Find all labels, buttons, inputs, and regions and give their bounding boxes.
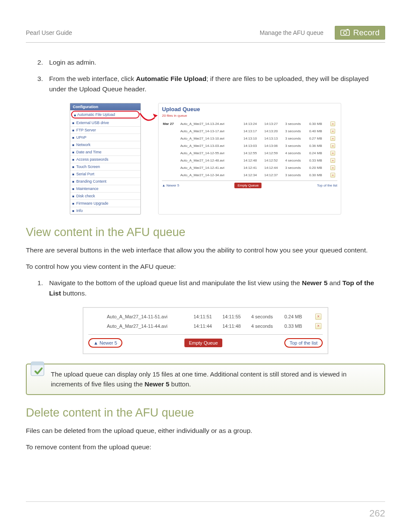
figure-upload-queue-full: Configuration Automatic File UploadExter… (70, 103, 341, 215)
sidebar-item[interactable]: Firmware Upgrade (70, 199, 140, 207)
sidebar-item[interactable]: FTP Server (70, 126, 140, 134)
step-item: Navigate to the bottom of the upload que… (45, 278, 385, 299)
figure-queue-bottom: Auto_A_Mar27_14-11-51.avi14:11:5114:11:5… (83, 307, 328, 354)
empty-queue-button[interactable]: Empty Queue (234, 183, 262, 188)
delete-row-button[interactable]: × (330, 143, 335, 148)
newer-5-button-highlighted[interactable]: ▲ Newer 5 (88, 338, 122, 348)
sidebar-item[interactable]: Maintenance (70, 185, 140, 192)
svg-point-1 (343, 31, 347, 34)
steps-view: Navigate to the bottom of the upload que… (45, 278, 385, 299)
config-sidebar: Configuration Automatic File UploadExter… (70, 103, 141, 215)
callout-text: The upload queue can display only 15 fil… (51, 370, 346, 388)
para-view-2: To control how you view content in the A… (26, 261, 385, 272)
queue-count: 20 files in queue (162, 114, 337, 118)
top-of-list-link[interactable]: Top of the list (317, 184, 337, 187)
svg-rect-2 (346, 29, 349, 30)
delete-row-button[interactable]: × (330, 158, 335, 163)
delete-row-button[interactable]: × (315, 314, 321, 320)
delete-row-button[interactable]: × (330, 151, 335, 156)
heading-view-content: View content in the AFU queue (26, 226, 385, 239)
sidebar-item[interactable]: Info (70, 207, 140, 214)
table-row: Mar 27Auto_A_Mar27_14-13-24.avi14:13:241… (162, 120, 337, 128)
table-row: Auto_A_Mar27_14-13-17.avi14:13:1714:13:2… (162, 128, 337, 135)
top-of-list-button-highlighted[interactable]: Top of the list (284, 338, 323, 348)
sidebar-item[interactable]: Automatic File Upload (71, 111, 140, 118)
para-view-1: There are several buttons in the web int… (26, 245, 385, 255)
table-row: Auto_A_Mar27_14-11-51.avi14:11:5114:11:5… (88, 312, 323, 321)
sidebar-item[interactable]: UPnP (70, 134, 140, 141)
table-row: Auto_A_Mar27_14-12-34.avi14:12:3414:12:3… (162, 171, 337, 179)
delete-row-button[interactable]: × (330, 165, 335, 170)
sidebar-item[interactable]: Branding Content (70, 177, 140, 185)
sidebar-item[interactable]: Network (70, 141, 140, 148)
step-item: From the web interface, click Automatic … (45, 74, 385, 94)
page-header: Pearl User Guide Manage the AFU queue Re… (26, 26, 385, 43)
queue-table: Mar 27Auto_A_Mar27_14-13-24.avi14:13:241… (162, 120, 337, 179)
delete-row-button[interactable]: × (330, 129, 335, 134)
para-del-2: To remove content from the upload queue: (26, 442, 385, 452)
sidebar-item[interactable]: Access passwords (70, 156, 140, 163)
table-row: Auto_A_Mar27_14-13-10.avi14:13:1014:13:1… (162, 135, 337, 142)
upload-queue-panel: Upload Queue 20 files in queue Mar 27Aut… (158, 103, 341, 215)
table-row: Auto_A_Mar27_14-12-48.avi14:12:4814:12:5… (162, 157, 337, 164)
sidebar-item[interactable]: Date and Time (70, 148, 140, 156)
newer-5-link[interactable]: ▲ Newer 5 (162, 184, 179, 187)
page-number: 262 (369, 508, 385, 519)
note-icon (29, 360, 47, 378)
table-row: Auto_A_Mar27_14-12-55.avi14:12:5514:12:5… (162, 149, 337, 157)
heading-delete-content: Delete content in the AFU queue (26, 406, 385, 420)
delete-row-button[interactable]: × (330, 121, 335, 126)
para-del-1: Files can be deleted from the upload que… (26, 426, 385, 436)
camera-icon (340, 29, 350, 37)
info-callout: The upload queue can display only 15 fil… (26, 364, 385, 395)
step-item: Login as admin. (45, 57, 385, 68)
delete-row-button[interactable]: × (315, 323, 321, 329)
delete-row-button[interactable]: × (330, 136, 335, 141)
table-row: Auto_A_Mar27_14-11-44.avi14:11:4414:11:4… (88, 321, 323, 331)
empty-queue-button[interactable]: Empty Queue (184, 339, 222, 347)
header-left: Pearl User Guide (26, 29, 72, 36)
callout-arrow (141, 103, 158, 215)
steps-top: Login as admin.From the web interface, c… (45, 57, 385, 94)
sidebar-item[interactable]: Disk check (70, 192, 140, 199)
table-row: Auto_A_Mar27_14-13-03.avi14:13:0314:13:0… (162, 142, 337, 149)
header-center: Manage the AFU queue (260, 29, 324, 36)
sidebar-item[interactable]: Serial Port (70, 170, 140, 177)
delete-row-button[interactable]: × (330, 173, 335, 177)
sidebar-header: Configuration (70, 103, 140, 110)
queue-title: Upload Queue (162, 106, 337, 112)
sidebar-item[interactable]: External USB drive (70, 119, 140, 126)
badge-label: Record (353, 28, 380, 37)
table-row: Auto_A_Mar27_14-12-41.avi14:12:4114:12:4… (162, 164, 337, 171)
queue-bottom-table: Auto_A_Mar27_14-11-51.avi14:11:5114:11:5… (88, 312, 323, 331)
footer-rule (26, 501, 385, 502)
record-badge: Record (335, 26, 385, 40)
svg-rect-4 (31, 362, 44, 365)
sidebar-item[interactable]: Touch Screen (70, 163, 140, 170)
